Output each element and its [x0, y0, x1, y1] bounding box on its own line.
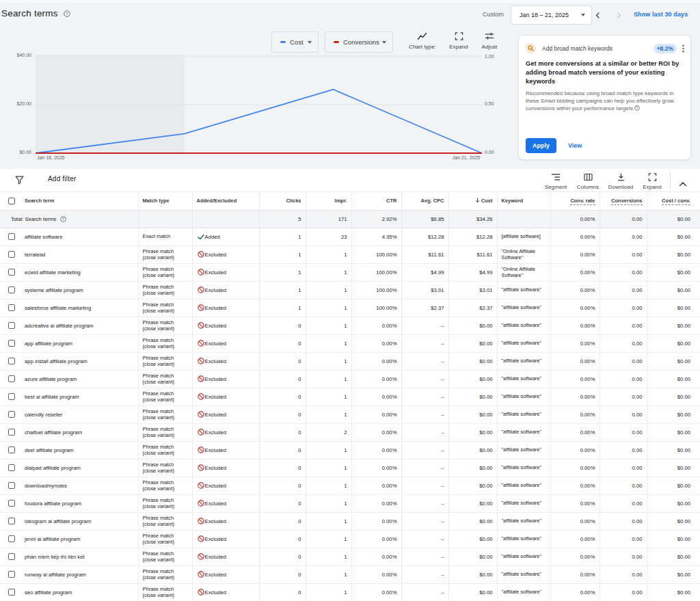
column-header-cost[interactable]: Cost	[448, 192, 497, 210]
page-title: Search terms	[1, 8, 58, 18]
segment-button[interactable]: Segment	[541, 172, 571, 190]
row-checkbox[interactable]	[8, 571, 15, 578]
column-header-search-term[interactable]: Search term	[0, 192, 138, 210]
row-checkbox[interactable]	[8, 358, 15, 364]
row-checkbox[interactable]	[8, 446, 15, 453]
select-all-checkbox[interactable]	[8, 198, 15, 204]
row-checkbox[interactable]	[8, 340, 15, 347]
row-checkbox[interactable]	[8, 233, 15, 240]
table-row: app install affiliate programPhrase matc…	[0, 352, 700, 370]
row-checkbox[interactable]	[8, 269, 15, 276]
search-term: affiliate software	[25, 234, 62, 240]
excluded-icon	[198, 286, 204, 293]
keyword: "affiliate software"	[497, 583, 550, 601]
svg-text:?: ?	[636, 106, 638, 110]
tune-icon	[485, 32, 494, 40]
help-icon: ?	[634, 105, 640, 111]
table-row: terraleadPhrase match(close variant)Excl…	[0, 245, 700, 263]
date-range-button[interactable]: Jan 18 – 21, 2025	[511, 5, 592, 25]
row-checkbox[interactable]	[8, 304, 15, 311]
row-checkbox[interactable]	[8, 482, 15, 489]
more-options-icon[interactable]	[682, 44, 684, 53]
search-term: best ai affiliate program	[25, 394, 79, 400]
row-checkbox[interactable]	[8, 535, 15, 542]
keyword: [affiliate software]	[497, 228, 550, 245]
metric-selector-conversions[interactable]: Conversions	[325, 31, 393, 53]
chart-adjust-button[interactable]: Adjust	[475, 31, 504, 50]
help-icon[interactable]: ?	[64, 10, 70, 17]
collapse-chart-button[interactable]	[679, 177, 687, 189]
search-icon	[526, 43, 536, 53]
show-last-30-days-link[interactable]: Show last 30 days	[634, 11, 688, 18]
column-header-conv-rate[interactable]: Conv. rate	[550, 192, 600, 210]
keyword: "affiliate software"	[497, 281, 550, 299]
row-checkbox[interactable]	[8, 322, 15, 329]
cost: $0.00	[448, 583, 497, 601]
match-type: Phrase match(close variant)	[138, 299, 192, 317]
table-row: downloadmynotesPhrase match(close varian…	[0, 477, 700, 494]
table-header: Search termMatch typeAdded/ExcludedClick…	[0, 192, 700, 210]
row-checkbox[interactable]	[8, 411, 15, 418]
conversions: 0.00	[600, 388, 647, 405]
column-header-keyword[interactable]: Keyword	[497, 192, 550, 210]
impressions: 1	[306, 370, 351, 388]
impressions: 1	[306, 494, 351, 512]
column-header-added-excluded[interactable]: Added/Excluded	[192, 192, 259, 210]
added-excluded-status: Excluded	[193, 411, 259, 418]
column-header-cost-conv-[interactable]: Cost / conv.	[647, 192, 700, 210]
cost-per-conv: $0.00	[647, 477, 700, 494]
apply-button[interactable]: Apply	[526, 138, 556, 153]
cost-per-conv: $0.00	[647, 548, 700, 565]
avg-cpc: –	[401, 441, 448, 459]
row-checkbox[interactable]	[8, 500, 15, 507]
excluded-icon	[198, 358, 204, 364]
excluded-icon	[198, 340, 204, 347]
column-header-match-type[interactable]: Match type	[138, 192, 192, 210]
row-checkbox[interactable]	[8, 518, 15, 524]
view-button[interactable]: View	[568, 142, 582, 149]
table-row: foodora affiliate programPhrase match(cl…	[0, 494, 700, 512]
row-checkbox[interactable]	[8, 393, 15, 400]
impressions: 1	[306, 530, 351, 548]
conv-rate: 0.00%	[550, 388, 600, 405]
row-checkbox[interactable]	[8, 553, 15, 560]
next-date-range-button[interactable]	[614, 10, 623, 20]
column-header-clicks[interactable]: Clicks	[259, 192, 306, 210]
excluded-icon	[198, 251, 204, 258]
column-header-ctr[interactable]: CTR	[351, 192, 401, 210]
ctr: 0.00%	[351, 583, 401, 601]
match-type: Phrase match(close variant)	[138, 565, 192, 583]
chart-expand-button[interactable]: Expand	[444, 31, 473, 50]
page-title-wrap: Search terms ?	[1, 8, 70, 18]
row-checkbox[interactable]	[8, 464, 15, 471]
excluded-icon	[198, 269, 204, 276]
keyword: "affiliate software"	[497, 334, 550, 352]
chart-type-button[interactable]: Chart type	[407, 31, 436, 50]
metric-selector-cost[interactable]: Cost	[271, 31, 319, 53]
table-expand-button[interactable]: Expand	[637, 172, 667, 190]
table-row: chatfuel affiliate programPhrase match(c…	[0, 423, 700, 441]
search-term: jenni ai affiliate program	[25, 536, 80, 542]
impressions: 1	[306, 441, 351, 459]
column-header-conversions[interactable]: Conversions	[600, 192, 647, 210]
clicks: 0	[259, 388, 306, 405]
table-row: runway ai affiliate programPhrase match(…	[0, 565, 700, 583]
columns-button[interactable]: Columns	[573, 172, 603, 190]
keyword: "Online AffiliateSoftware"	[497, 245, 550, 263]
match-type: Phrase match(close variant)	[138, 530, 192, 548]
row-checkbox[interactable]	[8, 286, 15, 293]
impressions: 1	[306, 583, 351, 601]
cost: $4.99	[448, 263, 497, 281]
column-header-avg-cpc[interactable]: Avg. CPC	[401, 192, 448, 210]
row-checkbox[interactable]	[8, 589, 15, 596]
download-button[interactable]: Download	[606, 172, 636, 190]
row-checkbox[interactable]	[8, 429, 15, 436]
avg-cpc: –	[401, 548, 448, 565]
prev-date-range-button[interactable]	[593, 10, 602, 20]
column-header-impr-[interactable]: Impr.	[306, 192, 351, 210]
row-checkbox[interactable]	[8, 375, 15, 382]
conv-rate: 0.00%	[550, 317, 600, 334]
sort-desc-icon	[475, 198, 480, 203]
row-checkbox[interactable]	[8, 251, 15, 258]
add-filter-button[interactable]: Add filter	[48, 175, 76, 183]
